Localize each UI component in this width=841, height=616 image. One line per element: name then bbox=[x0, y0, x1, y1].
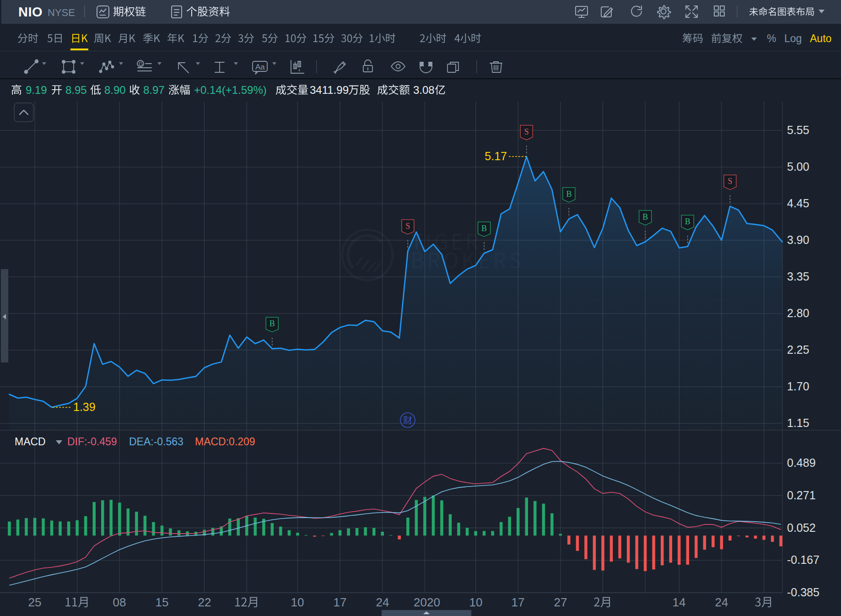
svg-text:25: 25 bbox=[28, 595, 42, 609]
svg-text:4.45: 4.45 bbox=[787, 197, 809, 210]
svg-text:24: 24 bbox=[715, 595, 728, 609]
svg-text:%: % bbox=[767, 32, 776, 44]
svg-text:G: G bbox=[139, 61, 143, 67]
svg-text:+0.14(+1.59%): +0.14(+1.59%) bbox=[194, 84, 267, 96]
svg-text:Aa: Aa bbox=[255, 63, 265, 71]
svg-text:17: 17 bbox=[334, 595, 347, 609]
svg-text:S: S bbox=[728, 177, 732, 186]
svg-text:MACD: MACD bbox=[15, 436, 46, 448]
svg-text:0.052: 0.052 bbox=[787, 521, 816, 534]
svg-text:Auto: Auto bbox=[810, 32, 831, 44]
svg-text:9.19: 9.19 bbox=[26, 84, 47, 96]
svg-text:14: 14 bbox=[673, 595, 686, 609]
svg-text:8.90: 8.90 bbox=[104, 84, 126, 96]
svg-text:27: 27 bbox=[554, 595, 567, 609]
svg-text:0.271: 0.271 bbox=[787, 489, 816, 502]
svg-text:5.17: 5.17 bbox=[485, 150, 507, 162]
svg-text:10: 10 bbox=[291, 595, 304, 609]
svg-text:5.55: 5.55 bbox=[787, 124, 809, 136]
svg-text:8.97: 8.97 bbox=[143, 84, 165, 96]
svg-text:3411.99: 3411.99 bbox=[310, 84, 349, 96]
svg-text:2020: 2020 bbox=[414, 595, 440, 609]
svg-text:-0.167: -0.167 bbox=[787, 553, 819, 566]
svg-text:MACD:0.209: MACD:0.209 bbox=[195, 436, 255, 448]
svg-text:5.00: 5.00 bbox=[787, 160, 809, 173]
svg-text:B: B bbox=[270, 319, 275, 328]
svg-text:B: B bbox=[685, 217, 690, 226]
svg-text:8.95: 8.95 bbox=[65, 84, 87, 96]
svg-text:1.15: 1.15 bbox=[787, 416, 809, 429]
svg-text:3.08: 3.08 bbox=[413, 84, 435, 96]
svg-text:22: 22 bbox=[198, 595, 211, 609]
svg-text:1.70: 1.70 bbox=[787, 380, 809, 393]
svg-text:10: 10 bbox=[469, 595, 483, 609]
svg-text:2.80: 2.80 bbox=[787, 307, 809, 319]
svg-text:S: S bbox=[405, 222, 410, 231]
svg-text:17: 17 bbox=[512, 595, 525, 609]
svg-text:3.90: 3.90 bbox=[787, 233, 809, 246]
svg-text:24: 24 bbox=[376, 595, 389, 609]
svg-text:S: S bbox=[524, 127, 529, 136]
svg-text:DIF:-0.459: DIF:-0.459 bbox=[67, 436, 117, 448]
svg-text:B: B bbox=[566, 189, 571, 199]
svg-text:3.35: 3.35 bbox=[787, 270, 809, 283]
svg-text:B: B bbox=[481, 224, 487, 233]
svg-text:08: 08 bbox=[113, 595, 126, 609]
svg-text:Log: Log bbox=[784, 32, 802, 44]
svg-text:0.489: 0.489 bbox=[787, 456, 816, 469]
svg-text:B: B bbox=[642, 212, 648, 222]
svg-text:DEA:-0.563: DEA:-0.563 bbox=[129, 436, 183, 448]
svg-text:2.25: 2.25 bbox=[787, 343, 809, 356]
svg-text:-0.385: -0.385 bbox=[787, 586, 819, 599]
svg-text:1.39: 1.39 bbox=[73, 400, 96, 413]
svg-text:15: 15 bbox=[156, 595, 169, 609]
